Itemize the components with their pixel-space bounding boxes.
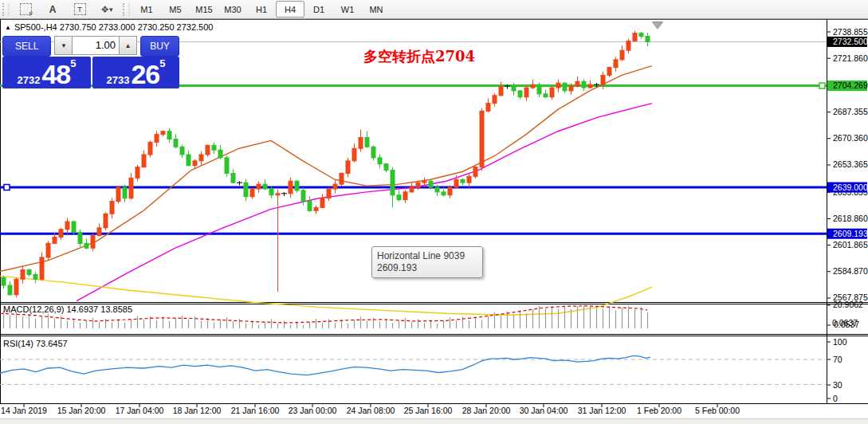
date-tick-label: 24 Jan 08:00	[347, 406, 395, 415]
toolbar: F A T ❖ ▾ M1 M5 M15 M30 H1 H4 D1 W1 MN	[0, 0, 868, 19]
sell-price-pip: 5	[70, 58, 76, 69]
volume-input[interactable]: 1.00	[72, 36, 120, 55]
hline-tooltip: Horizontal Line 9039 2609.193	[371, 246, 483, 278]
text-label-icon: A	[49, 4, 57, 15]
date-tick-label: 25 Jan 16:00	[404, 406, 453, 415]
buy-button[interactable]: BUY	[140, 36, 179, 57]
toolbar-grip[interactable]	[2, 3, 10, 16]
rsi-axis-label: 0	[833, 394, 838, 403]
macd-axis-top: 20.9062	[833, 300, 863, 309]
date-tick-label: 17 Jan 04:00	[116, 406, 164, 415]
timeframe-m5[interactable]: M5	[161, 1, 190, 18]
price-tick-label: 2738.855	[833, 27, 868, 37]
buy-price-main: 26	[131, 62, 159, 86]
timeframe-mn[interactable]: MN	[362, 1, 391, 18]
macd-axis-bottom: 0.0537	[834, 320, 859, 329]
buy-price-pip: 5	[159, 58, 165, 69]
rsi-indicator-label: RSI(14) 73.6457	[3, 339, 68, 348]
chart-ohlc-header: ▲SP500-,H4 2730.750 2733.000 2730.250 27…	[5, 22, 213, 32]
text-tool-button[interactable]: T	[66, 1, 93, 18]
date-tick-label: 23 Jan 00:00	[289, 406, 337, 415]
sell-price-main: 48	[41, 62, 70, 86]
price-tick-label: 2687.355	[833, 107, 868, 116]
timeframe-h1[interactable]: H1	[247, 1, 276, 18]
timeframe-d1[interactable]: D1	[304, 1, 333, 18]
macd-indicator-label: MACD(12,26,9) 14.6937 13.8585	[3, 304, 132, 314]
price-tick-label: 2670.360	[833, 133, 868, 143]
arrows-icon: ❖	[100, 4, 108, 15]
price-tick-label: 2584.870	[833, 266, 868, 276]
buy-quote[interactable]: 2733 26 5	[92, 57, 179, 88]
tooltip-line1: Horizontal Line 9039	[377, 250, 477, 262]
chevron-down-icon[interactable]: ▾	[109, 6, 113, 14]
sell-price-prefix: 2732	[18, 74, 41, 86]
buy-price-prefix: 2733	[107, 74, 130, 86]
sell-button[interactable]: SELL	[2, 36, 51, 57]
price-label-text: 2609.193	[833, 229, 868, 238]
chart-text-annotation[interactable]: 多空转折点2704	[363, 47, 475, 66]
date-tick-label: 31 Jan 12:00	[578, 406, 626, 415]
timeframe-m30[interactable]: M30	[218, 1, 247, 18]
volume-decrease-button[interactable]: ▼	[54, 36, 72, 55]
timeframe-h4[interactable]: H4	[276, 1, 304, 18]
down-arrow-icon	[652, 22, 663, 29]
toolbar-grip[interactable]	[123, 3, 130, 16]
price-tick-label: 2601.865	[833, 240, 868, 249]
arrows-tool-button[interactable]: ❖ ▾	[93, 1, 120, 18]
line-handle[interactable]	[819, 83, 825, 88]
collapse-panel-icon[interactable]: ▲	[5, 24, 11, 31]
tooltip-line2: 2609.193	[377, 262, 477, 274]
fibonacci-tool-button[interactable]: F	[12, 1, 39, 18]
rsi-axis-label: 100	[833, 337, 847, 347]
timeframe-m1[interactable]: M1	[132, 1, 161, 18]
date-tick-label: 30 Jan 04:00	[520, 406, 568, 415]
price-tick-label: 2618.860	[833, 214, 868, 223]
rsi-line	[0, 355, 650, 375]
rsi-axis-label: 70	[833, 355, 842, 364]
volume-increase-button[interactable]: ▲	[120, 36, 137, 55]
price-label-text: 2732.500	[833, 37, 868, 46]
date-tick-label: 18 Jan 12:00	[173, 406, 222, 415]
status-strip	[0, 418, 868, 424]
chart-title: SP500-,H4 2730.750 2733.000 2730.250 273…	[14, 22, 214, 32]
date-tick-label: 14 Jan 2019	[1, 406, 47, 415]
date-tick-label: 5 Feb 00:00	[695, 406, 740, 415]
text-icon: T	[74, 3, 86, 15]
price-tick-label: 2721.860	[833, 53, 868, 63]
rsi-axis-label: 30	[833, 380, 842, 390]
timeframe-m15[interactable]: M15	[190, 1, 218, 18]
date-tick-label: 1 Feb 20:00	[637, 406, 681, 415]
line-handle[interactable]	[4, 185, 10, 190]
text-label-tool-button[interactable]: A	[39, 1, 66, 18]
date-tick-label: 21 Jan 16:00	[231, 406, 280, 415]
date-tick-label: 28 Jan 20:00	[462, 406, 511, 415]
price-tick-label: 2653.365	[833, 159, 868, 169]
fibonacci-icon: F	[20, 3, 32, 15]
date-tick-label: 15 Jan 20:00	[57, 406, 106, 415]
price-label-text: 2704.269	[833, 80, 868, 90]
timeframe-w1[interactable]: W1	[333, 1, 362, 18]
price-label-text: 2639.000	[833, 183, 868, 192]
one-click-trading-panel: SELL ▼ 1.00 ▲ BUY 2732 48 5 2733 26 5	[2, 36, 179, 88]
mt4-window: F A T ❖ ▾ M1 M5 M15 M30 H1 H4 D1 W1 MN ▲…	[0, 0, 868, 424]
sell-quote[interactable]: 2732 48 5	[2, 57, 91, 88]
